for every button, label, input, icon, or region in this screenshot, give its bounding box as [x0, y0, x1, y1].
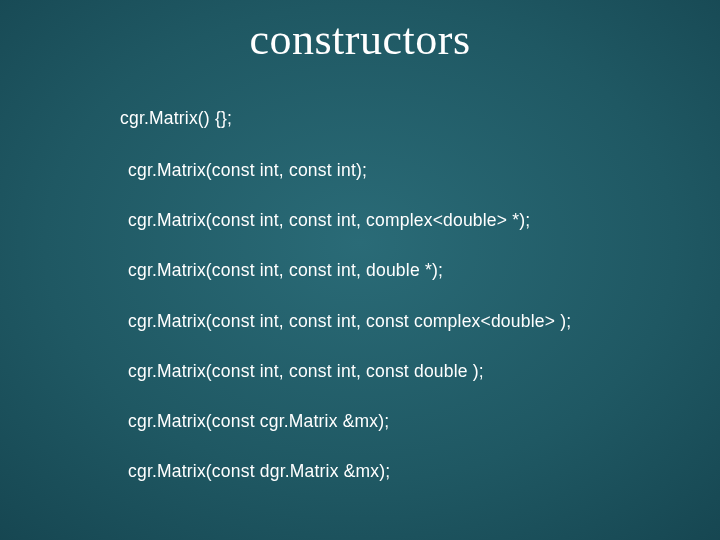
code-line: cgr.Matrix(const cgr.Matrix &mx);	[128, 411, 688, 431]
code-line: cgr.Matrix(const int, const int, const c…	[128, 311, 688, 331]
slide-body: cgr.Matrix() {}; cgr.Matrix(const int, c…	[128, 108, 688, 511]
code-line: cgr.Matrix(const dgr.Matrix &mx);	[128, 461, 688, 481]
code-line: cgr.Matrix() {};	[120, 108, 688, 128]
code-line: cgr.Matrix(const int, const int, complex…	[128, 210, 688, 230]
slide: constructors cgr.Matrix() {}; cgr.Matrix…	[0, 0, 720, 540]
code-line: cgr.Matrix(const int, const int);	[128, 160, 688, 180]
code-line: cgr.Matrix(const int, const int, double …	[128, 260, 688, 280]
slide-title: constructors	[0, 14, 720, 65]
code-line: cgr.Matrix(const int, const int, const d…	[128, 361, 688, 381]
